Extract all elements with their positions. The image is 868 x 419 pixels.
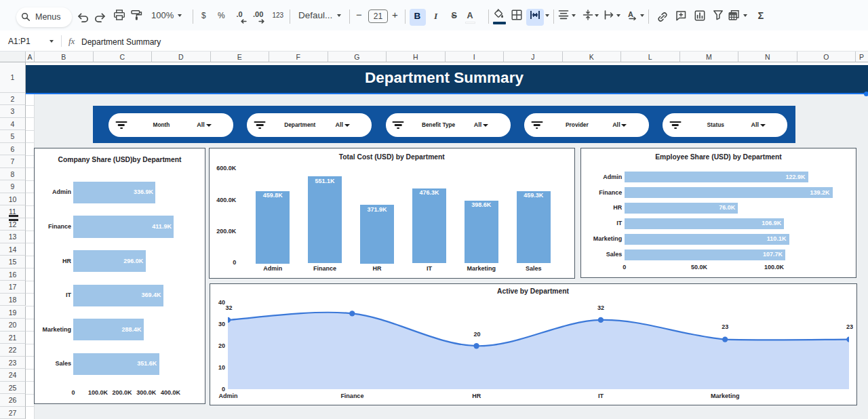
svg-text:A: A xyxy=(628,10,633,18)
